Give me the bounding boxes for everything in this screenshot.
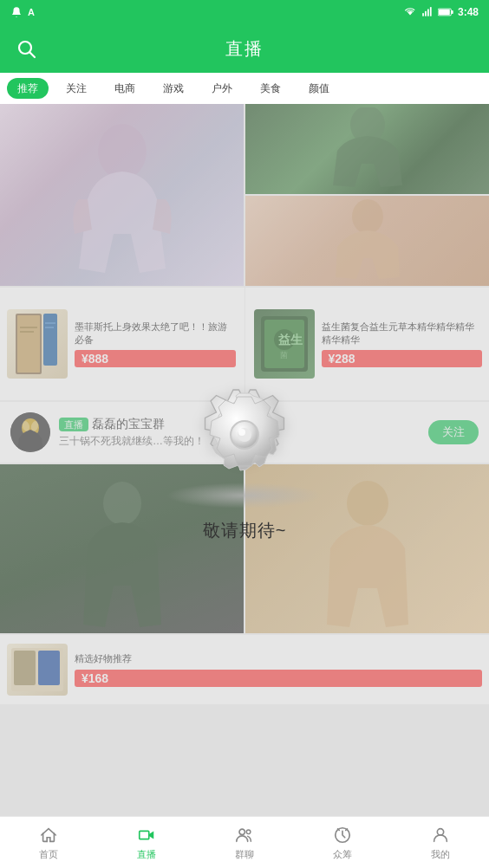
- nav-item-live[interactable]: 直播: [98, 817, 196, 868]
- svg-rect-3: [430, 7, 432, 16]
- group-label: 群聊: [235, 848, 254, 861]
- status-left-icons: A: [10, 6, 35, 18]
- tag-beauty[interactable]: 颜值: [298, 78, 340, 99]
- main-content: 墨菲斯托上身效果太绝了吧！！旅游必备 ¥888 益生 菌 益生菌复合益生元草: [0, 104, 489, 816]
- wifi-icon: [403, 6, 417, 18]
- search-button[interactable]: [14, 36, 38, 61]
- search-icon: [16, 38, 36, 59]
- crowdfund-icon-svg: [333, 826, 352, 845]
- live-icon-svg: [137, 826, 156, 845]
- page-title: 直播: [225, 37, 264, 61]
- group-icon-svg: [235, 826, 254, 845]
- loading-overlay: 敬请期待~: [0, 104, 489, 816]
- time-display: 3:48: [458, 6, 479, 18]
- tag-outdoor[interactable]: 户外: [201, 78, 243, 99]
- gear-container: [166, 379, 323, 508]
- profile-icon: [430, 825, 451, 845]
- home-icon-svg: [39, 826, 58, 845]
- svg-point-41: [437, 828, 443, 834]
- svg-line-8: [30, 53, 36, 58]
- a-status-icon: A: [28, 7, 35, 17]
- bottom-navigation: 首页 直播 群聊: [0, 816, 489, 868]
- svg-rect-1: [425, 11, 427, 16]
- nav-item-group[interactable]: 群聊: [196, 817, 294, 868]
- status-bar: A 3:48: [0, 0, 489, 24]
- svg-rect-2: [427, 10, 429, 16]
- live-icon: [136, 825, 157, 845]
- tag-recommend[interactable]: 推荐: [7, 78, 49, 99]
- svg-rect-5: [452, 10, 453, 14]
- svg-rect-6: [439, 10, 450, 15]
- notification-status-icon: [10, 6, 23, 18]
- home-icon: [38, 825, 59, 845]
- group-icon: [234, 825, 255, 845]
- signal-icon: [421, 6, 434, 18]
- svg-point-39: [246, 830, 251, 834]
- svg-point-38: [239, 829, 244, 834]
- battery-icon: [438, 7, 453, 17]
- waiting-text: 敬请期待~: [203, 519, 287, 542]
- profile-label: 我的: [431, 848, 450, 861]
- crowdfund-label: 众筹: [333, 848, 352, 861]
- tag-strip: 推荐 关注 电商 游戏 户外 美食 颜值: [0, 73, 489, 104]
- live-label: 直播: [137, 848, 156, 861]
- gear-icon-main: [188, 379, 301, 491]
- status-right-icons: 3:48: [403, 6, 479, 18]
- svg-rect-0: [422, 13, 424, 16]
- tag-ecommerce[interactable]: 电商: [104, 78, 146, 99]
- profile-icon-svg: [431, 826, 450, 845]
- crowdfund-icon: [332, 825, 353, 845]
- svg-point-36: [238, 429, 245, 436]
- tag-follow[interactable]: 关注: [55, 78, 97, 99]
- top-navigation: 直播: [0, 24, 489, 73]
- home-label: 首页: [39, 848, 58, 861]
- tag-gaming[interactable]: 游戏: [153, 78, 194, 99]
- nav-item-profile[interactable]: 我的: [391, 817, 489, 868]
- tag-food[interactable]: 美食: [250, 78, 291, 99]
- nav-item-home[interactable]: 首页: [0, 817, 98, 868]
- svg-rect-37: [140, 831, 149, 839]
- nav-item-crowdfund[interactable]: 众筹: [293, 817, 391, 868]
